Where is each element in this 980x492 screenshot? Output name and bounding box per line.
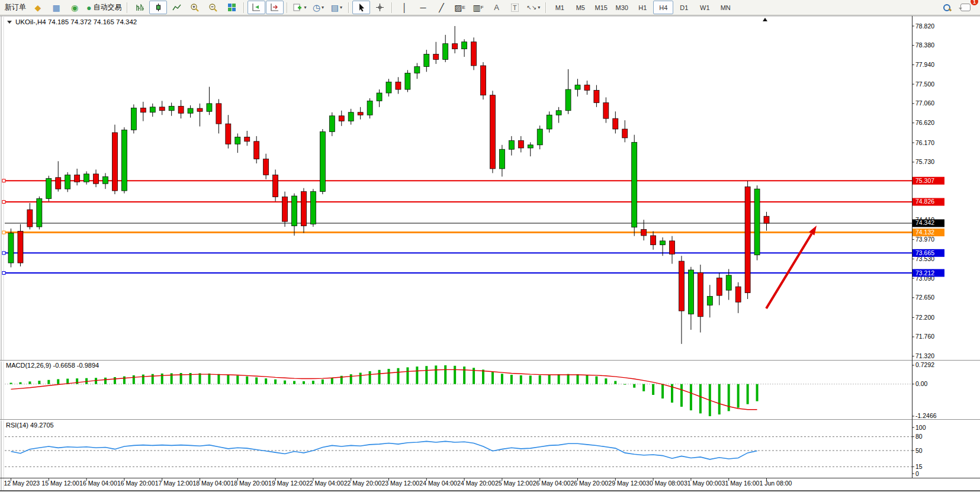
chart-shift-button[interactable]	[266, 1, 284, 14]
autotrade-globe-icon: ●	[86, 4, 91, 12]
svg-text:78.820: 78.820	[915, 22, 934, 30]
vertical-line-button[interactable]: │	[396, 1, 413, 14]
template-icon: ▤	[331, 4, 339, 12]
svg-text:72.200: 72.200	[915, 314, 934, 321]
crosshair-button[interactable]	[371, 1, 388, 14]
crosshair-icon	[375, 3, 384, 12]
svg-text:MACD(12,26,9) -0.6658 -0.9894: MACD(12,26,9) -0.6658 -0.9894	[6, 362, 99, 369]
svg-text:72.650: 72.650	[915, 294, 934, 301]
bar-chart-mode-button[interactable]	[131, 1, 149, 14]
line-chart-icon	[172, 3, 181, 12]
new-order-button[interactable]: 新订单	[2, 1, 28, 14]
timeframe-h4-button[interactable]: H4	[653, 1, 673, 14]
zoom-out-icon	[208, 3, 218, 12]
chevron-down-icon: ▾	[538, 5, 540, 10]
timeframe-h1-button[interactable]: H1	[632, 1, 653, 14]
indicators-button[interactable]: ▾	[291, 1, 309, 14]
svg-text:16 May 20:00: 16 May 20:00	[117, 480, 155, 487]
svg-text:26 May 04:00: 26 May 04:00	[533, 480, 571, 487]
timeframe-w1-button[interactable]: W1	[695, 1, 715, 14]
auto-scroll-button[interactable]	[248, 1, 265, 14]
text-icon: A	[494, 3, 499, 12]
separator	[243, 2, 245, 13]
separator	[287, 2, 288, 13]
candlestick-mode-button[interactable]	[149, 1, 167, 14]
candlestick-icon	[154, 3, 163, 12]
svg-text:78.380: 78.380	[915, 41, 934, 49]
svg-text:19 May 12:00: 19 May 12:00	[268, 480, 306, 487]
horizontal-line-icon: ─	[420, 4, 426, 12]
auto-scroll-icon	[252, 3, 261, 12]
text-label-icon: T	[511, 4, 519, 12]
svg-text:77.500: 77.500	[915, 81, 934, 88]
notifications-button[interactable]: 1	[956, 1, 974, 14]
zoom-in-button[interactable]	[186, 1, 204, 14]
trendline-icon: ╱	[439, 4, 444, 12]
svg-text:74.826: 74.826	[915, 198, 934, 205]
add-indicator-icon	[293, 3, 303, 12]
svg-text:24 May 20:00: 24 May 20:00	[457, 480, 495, 487]
search-button[interactable]	[938, 1, 956, 14]
templates-button[interactable]: ▤ ▾	[327, 1, 345, 14]
timeframe-d1-button[interactable]: D1	[674, 1, 694, 14]
zoom-out-button[interactable]	[204, 1, 222, 14]
notification-badge: 1	[971, 0, 978, 5]
new-order-label: 新订单	[5, 2, 26, 12]
timeframe-m5-button[interactable]: M5	[570, 1, 590, 14]
bar-chart-icon	[136, 3, 144, 12]
svg-text:18 May 04:00: 18 May 04:00	[193, 480, 231, 487]
chevron-down-icon: ▾	[340, 5, 342, 10]
vertical-line-icon: │	[402, 4, 407, 12]
timeframe-m1-button[interactable]: M1	[550, 1, 570, 14]
navigator-button[interactable]: ◉	[66, 1, 83, 14]
svg-text:15 May 12:00: 15 May 12:00	[41, 480, 79, 487]
autotrade-label: 自动交易	[93, 2, 121, 12]
svg-text:71.320: 71.320	[915, 352, 934, 359]
arrows-button[interactable]: ↖↘▾	[524, 1, 542, 14]
cursor-button[interactable]	[352, 1, 370, 14]
tile-windows-button[interactable]	[223, 1, 240, 14]
timeframe-m15-button[interactable]: M15	[591, 1, 611, 14]
svg-text:77.940: 77.940	[915, 61, 934, 68]
text-label-button[interactable]: T	[506, 1, 523, 14]
trendline-button[interactable]: ╱	[432, 1, 450, 14]
gem-icon: ◆	[35, 4, 41, 12]
svg-text:12 May 2023: 12 May 2023	[4, 480, 40, 487]
market-watch-button[interactable]: ▦	[47, 1, 65, 14]
svg-text:16 May 04:00: 16 May 04:00	[79, 480, 117, 487]
horizontal-line-button[interactable]: ─	[414, 1, 432, 14]
svg-text:50: 50	[915, 447, 923, 454]
svg-text:23 May 12:00: 23 May 12:00	[382, 480, 420, 487]
svg-text:30 May 08:00: 30 May 08:00	[646, 480, 684, 487]
cursor-icon	[358, 3, 365, 12]
text-button[interactable]: A	[487, 1, 505, 14]
svg-text:-1.2466: -1.2466	[915, 412, 937, 419]
main-toolbar: 新订单 ◆ ▦ ◉ ● 自动交易 ▾ ◷ ▾ ▤ ▾	[0, 0, 980, 15]
time-axis: 12 May 202315 May 12:0016 May 04:0016 Ma…	[4, 478, 792, 487]
line-chart-mode-button[interactable]	[168, 1, 185, 14]
svg-text:17 May 12:00: 17 May 12:00	[155, 480, 193, 487]
svg-text:71.760: 71.760	[915, 333, 934, 340]
chart-window[interactable]: 78.82078.38077.94077.50077.06076.62076.1…	[0, 15, 980, 492]
svg-text:0: 0	[915, 470, 919, 477]
chart-frame	[0, 15, 980, 492]
timeframe-mn-button[interactable]: MN	[715, 1, 735, 14]
svg-text:24 May 04:00: 24 May 04:00	[419, 480, 457, 487]
tile-windows-icon	[228, 4, 236, 11]
svg-text:74.132: 74.132	[915, 229, 934, 236]
chat-bubble-icon	[960, 4, 971, 11]
svg-text:75.307: 75.307	[915, 177, 934, 184]
svg-text:22 May 04:00: 22 May 04:00	[306, 480, 344, 487]
separator	[391, 2, 393, 13]
channel-button[interactable]: ▨E	[451, 1, 468, 14]
search-icon	[943, 4, 951, 12]
fibonacci-button[interactable]: ▥F	[469, 1, 487, 14]
svg-text:0.7292: 0.7292	[915, 361, 934, 368]
autotrade-button[interactable]: ● 自动交易	[84, 1, 124, 14]
fibonacci-icon: ▥	[473, 4, 480, 12]
timeframe-m30-button[interactable]: M30	[612, 1, 632, 14]
history-center-button[interactable]: ◆	[29, 1, 47, 14]
periods-button[interactable]: ◷ ▾	[309, 1, 327, 14]
zoom-in-icon	[190, 3, 200, 12]
svg-text:31 May 00:00: 31 May 00:00	[684, 480, 722, 487]
